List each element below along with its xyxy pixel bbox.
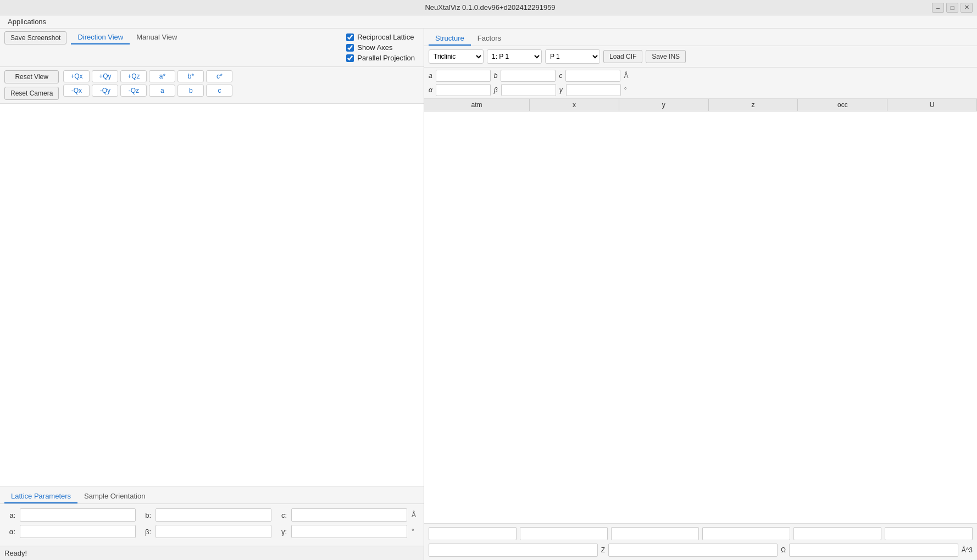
space-group2-select[interactable]: P 1	[545, 49, 600, 64]
cell-degree-unit: °	[624, 86, 627, 94]
right-bottom-z-row: Z Ω Å^3	[429, 544, 973, 557]
col-z: z	[709, 99, 798, 111]
tab-direction-view[interactable]: Direction View	[71, 31, 130, 44]
lattice-gamma-input[interactable]	[291, 525, 407, 538]
omega-value-input[interactable]	[608, 544, 778, 557]
tab-sample-orientation[interactable]: Sample Orientation	[77, 490, 152, 503]
lattice-angles-row: α: β: γ: °	[4, 525, 419, 538]
omega-label: Ω	[781, 546, 786, 554]
reset-view-button[interactable]: Reset View	[4, 70, 59, 83]
3d-view-area[interactable]	[0, 104, 424, 486]
btn-minus-qy[interactable]: -Qy	[92, 85, 118, 97]
lattice-degree-unit: °	[412, 528, 419, 535]
view-tab-bar: Direction View Manual View	[71, 31, 184, 44]
cell-params-panel: a b c Å α β γ °	[424, 68, 977, 99]
reset-buttons: Reset View Reset Camera	[4, 70, 59, 100]
parallel-projection-row: Parallel Projection	[346, 54, 415, 62]
cell-angstrom-unit: Å	[624, 72, 628, 80]
col-u: U	[887, 99, 977, 111]
btn-minus-qz[interactable]: -Qz	[120, 85, 147, 97]
show-axes-checkbox[interactable]	[346, 44, 354, 52]
window-title: NeuXtalViz 0.1.0.dev96+d202412291959	[48, 3, 932, 12]
status-text: Ready!	[4, 549, 27, 557]
parallel-projection-label: Parallel Projection	[357, 54, 415, 62]
show-axes-label: Show Axes	[357, 43, 392, 52]
menu-bar: Applications	[0, 15, 977, 29]
reciprocal-lattice-checkbox[interactable]	[346, 33, 354, 41]
z-value-input[interactable]	[429, 544, 598, 557]
cell-a-label: a	[429, 72, 432, 80]
space-group1-select[interactable]: 1: P 1	[487, 49, 542, 64]
cell-c-input[interactable]	[565, 70, 620, 82]
cell-c-label: c	[559, 72, 562, 80]
btn-b-star[interactable]: b*	[177, 70, 204, 82]
lattice-a-input[interactable]	[20, 508, 136, 522]
reciprocal-lattice-label: Reciprocal Lattice	[357, 33, 414, 41]
btn-plus-qz[interactable]: +Qz	[120, 70, 147, 82]
cell-beta-input[interactable]	[501, 84, 556, 96]
btn-plus-qx[interactable]: +Qx	[63, 70, 90, 82]
btn-c[interactable]: c	[206, 85, 232, 97]
lattice-beta-input[interactable]	[156, 525, 271, 538]
rb-input-5[interactable]	[793, 527, 881, 540]
right-toolbar: Triclinic 1: P 1 P 1 Load CIF Save INS	[424, 46, 977, 68]
cell-b-input[interactable]	[501, 70, 556, 82]
tab-structure[interactable]: Structure	[429, 32, 471, 46]
tab-factors[interactable]: Factors	[471, 32, 508, 46]
minimize-button[interactable]: –	[932, 3, 944, 13]
reset-camera-button[interactable]: Reset Camera	[4, 87, 59, 100]
cell-alpha-label: α	[429, 86, 432, 94]
btn-plus-qy[interactable]: +Qy	[92, 70, 118, 82]
parallel-projection-checkbox[interactable]	[346, 54, 354, 62]
applications-menu[interactable]: Applications	[4, 18, 49, 26]
tab-lattice-params[interactable]: Lattice Parameters	[4, 490, 77, 503]
save-ins-button[interactable]: Save INS	[646, 50, 686, 63]
btn-a[interactable]: a	[149, 85, 175, 97]
col-occ: occ	[798, 99, 887, 111]
btn-minus-qx[interactable]: -Qx	[63, 85, 90, 97]
view-checkboxes: Reciprocal Lattice Show Axes Parallel Pr…	[342, 31, 419, 64]
maximize-button[interactable]: □	[946, 3, 958, 13]
close-button[interactable]: ✕	[961, 3, 973, 13]
btn-c-star[interactable]: c*	[206, 70, 232, 82]
btn-a-star[interactable]: a*	[149, 70, 175, 82]
right-tab-bar: Structure Factors	[424, 29, 977, 46]
rb-input-3[interactable]	[611, 527, 699, 540]
window-controls: – □ ✕	[932, 3, 973, 13]
cell-gamma-input[interactable]	[566, 84, 621, 96]
rb-input-2[interactable]	[520, 527, 608, 540]
lattice-b-input[interactable]	[156, 508, 271, 522]
left-panel: Save Screenshot Direction View Manual Vi…	[0, 29, 424, 560]
cell-angles-row: α β γ °	[429, 84, 973, 96]
rb-input-6[interactable]	[885, 527, 973, 540]
status-bar: Ready!	[0, 546, 424, 560]
atom-table-header: atm x y z occ U	[424, 99, 977, 111]
bottom-section: Lattice Parameters Sample Orientation a:…	[0, 486, 424, 546]
cell-a-input[interactable]	[436, 70, 491, 82]
left-top-toolbar: Save Screenshot Direction View Manual Vi…	[0, 29, 424, 67]
show-axes-row: Show Axes	[346, 43, 415, 52]
lattice-alpha-label: α:	[4, 528, 15, 536]
title-bar: NeuXtalViz 0.1.0.dev96+d202412291959 – □…	[0, 0, 977, 15]
cell-beta-label: β	[494, 86, 498, 94]
cell-alpha-input[interactable]	[436, 84, 491, 96]
lattice-angstrom-unit: Å	[412, 511, 419, 519]
reciprocal-lattice-row: Reciprocal Lattice	[346, 33, 415, 41]
save-screenshot-button[interactable]: Save Screenshot	[4, 31, 66, 44]
rb-input-4[interactable]	[702, 527, 790, 540]
crystal-system-select[interactable]: Triclinic	[429, 49, 484, 64]
lattice-b-label: b:	[140, 511, 151, 519]
btn-b[interactable]: b	[177, 85, 204, 97]
controls-row: Reset View Reset Camera +Qx +Qy +Qz a* b…	[0, 67, 424, 104]
lattice-c-input[interactable]	[291, 508, 407, 522]
lattice-alpha-input[interactable]	[20, 525, 136, 538]
rb-input-1[interactable]	[429, 527, 517, 540]
dir-row-negative: -Qx -Qy -Qz a b c	[63, 85, 232, 97]
load-cif-button[interactable]: Load CIF	[603, 50, 642, 63]
cell-b-label: b	[494, 72, 498, 80]
cell-gamma-label: γ	[559, 86, 563, 94]
col-x: x	[530, 99, 619, 111]
ang3-value-input[interactable]	[789, 544, 958, 557]
lattice-a-label: a:	[4, 511, 15, 519]
tab-manual-view[interactable]: Manual View	[130, 31, 184, 44]
